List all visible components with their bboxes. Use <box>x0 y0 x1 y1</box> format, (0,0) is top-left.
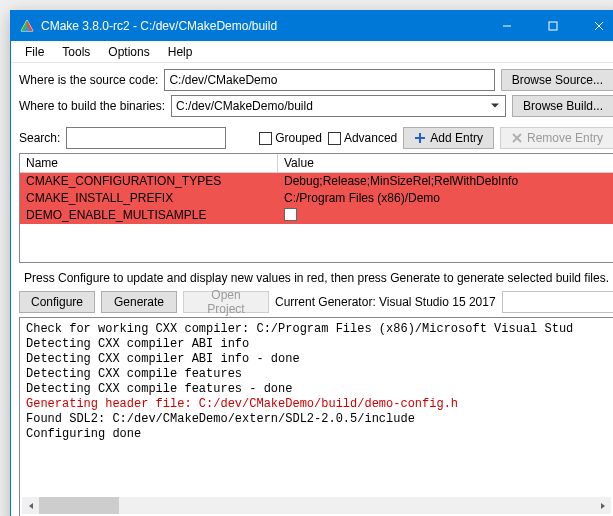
table-row[interactable]: DEMO_ENABLE_MULTISAMPLE <box>20 207 613 224</box>
remove-entry-label: Remove Entry <box>527 131 603 145</box>
window-title: CMake 3.8.0-rc2 - C:/dev/CMakeDemo/build <box>41 19 484 33</box>
grouped-label: Grouped <box>275 131 322 145</box>
browse-build-button[interactable]: Browse Build... <box>512 95 613 117</box>
table-row[interactable]: CMAKE_INSTALL_PREFIXC:/Program Files (x8… <box>20 190 613 207</box>
add-entry-label: Add Entry <box>430 131 483 145</box>
search-label: Search: <box>19 131 60 145</box>
window-controls <box>484 11 613 41</box>
scroll-thumb[interactable] <box>39 497 119 514</box>
cache-name: CMAKE_CONFIGURATION_TYPES <box>20 173 278 190</box>
menubar: File Tools Options Help <box>11 41 613 63</box>
col-name[interactable]: Name <box>20 154 278 172</box>
menu-options[interactable]: Options <box>100 43 157 61</box>
svg-rect-5 <box>549 22 557 30</box>
log-line: Detecting CXX compiler ABI info <box>26 337 609 352</box>
menu-file[interactable]: File <box>17 43 52 61</box>
log-line: Found SDL2: C:/dev/CMakeDemo/extern/SDL2… <box>26 412 609 427</box>
menu-help[interactable]: Help <box>160 43 201 61</box>
generate-button[interactable]: Generate <box>101 291 177 313</box>
menu-tools[interactable]: Tools <box>54 43 98 61</box>
plus-icon <box>414 132 426 144</box>
current-generator: Current Generator: Visual Studio 15 2017 <box>275 295 496 309</box>
minimize-button[interactable] <box>484 11 530 41</box>
open-project-button[interactable]: Open Project <box>183 291 269 313</box>
table-row[interactable]: CMAKE_CONFIGURATION_TYPESDebug;Release;M… <box>20 173 613 190</box>
checkbox-icon[interactable] <box>284 208 297 221</box>
cache-name: CMAKE_INSTALL_PREFIX <box>20 190 278 207</box>
build-path-combo[interactable]: C:/dev/CMakeDemo/build <box>171 95 506 117</box>
scroll-track[interactable] <box>39 497 594 514</box>
source-label: Where is the source code: <box>19 73 158 87</box>
cache-value[interactable]: C:/Program Files (x86)/Demo <box>278 190 613 207</box>
col-value[interactable]: Value <box>278 154 613 172</box>
advanced-checkbox[interactable]: Advanced <box>328 131 397 145</box>
checkbox-icon <box>259 132 272 145</box>
log-line: Detecting CXX compiler ABI info - done <box>26 352 609 367</box>
remove-entry-button[interactable]: Remove Entry <box>500 127 613 149</box>
hint-text: Press Configure to update and display ne… <box>19 267 613 287</box>
log-line: Generating header file: C:/dev/CMakeDemo… <box>26 397 609 412</box>
log-line: Check for working CXX compiler: C:/Progr… <box>26 322 609 337</box>
app-icon <box>19 18 35 34</box>
checkbox-icon <box>328 132 341 145</box>
add-entry-button[interactable]: Add Entry <box>403 127 494 149</box>
cache-body[interactable]: CMAKE_CONFIGURATION_TYPESDebug;Release;M… <box>20 173 613 262</box>
search-input[interactable] <box>66 127 226 149</box>
window: CMake 3.8.0-rc2 - C:/dev/CMakeDemo/build… <box>10 10 613 516</box>
binaries-label: Where to build the binaries: <box>19 99 165 113</box>
cache-header: Name Value <box>20 154 613 173</box>
log-line: Configuring done <box>26 427 609 442</box>
log-output: Check for working CXX compiler: C:/Progr… <box>19 317 613 516</box>
maximize-button[interactable] <box>530 11 576 41</box>
log-line: Detecting CXX compile features <box>26 367 609 382</box>
svg-marker-13 <box>601 503 605 509</box>
scroll-right-icon[interactable] <box>594 497 611 514</box>
titlebar: CMake 3.8.0-rc2 - C:/dev/CMakeDemo/build <box>11 11 613 41</box>
scrollbar-horizontal[interactable] <box>22 497 611 514</box>
grouped-checkbox[interactable]: Grouped <box>259 131 322 145</box>
client-area: Where is the source code: Browse Source.… <box>11 63 613 516</box>
cache-table: Name Value CMAKE_CONFIGURATION_TYPESDebu… <box>19 153 613 263</box>
close-button[interactable] <box>576 11 613 41</box>
source-path-input[interactable] <box>164 69 494 91</box>
progress-box <box>502 291 613 313</box>
scroll-left-icon[interactable] <box>22 497 39 514</box>
cache-value[interactable]: Debug;Release;MinSizeRel;RelWithDebInfo <box>278 173 613 190</box>
svg-marker-12 <box>29 503 33 509</box>
log-line: Detecting CXX compile features - done <box>26 382 609 397</box>
configure-button[interactable]: Configure <box>19 291 95 313</box>
advanced-label: Advanced <box>344 131 397 145</box>
log-body[interactable]: Check for working CXX compiler: C:/Progr… <box>22 320 611 497</box>
x-icon <box>511 132 523 144</box>
browse-source-button[interactable]: Browse Source... <box>501 69 613 91</box>
cache-value[interactable] <box>278 207 613 224</box>
build-path-value: C:/dev/CMakeDemo/build <box>176 99 313 113</box>
cache-name: DEMO_ENABLE_MULTISAMPLE <box>20 207 278 224</box>
